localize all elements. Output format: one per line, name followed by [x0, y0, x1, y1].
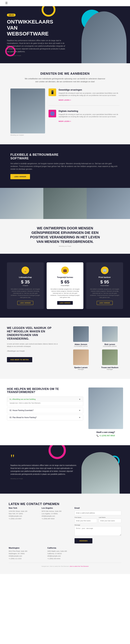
contact-section: LATEN WE CONTACT OPNEMEN New York 1234 E…	[0, 494, 130, 574]
photo-3	[87, 188, 130, 219]
hero-person	[81, 12, 126, 63]
team-name-1: Adam Jonson	[68, 343, 94, 345]
services-list: 📱 Geweldige ervaringen Ongeacht de omvan…	[49, 88, 119, 131]
faq-person-img	[88, 388, 123, 429]
pricing-btn-2[interactable]: LEES VERDER	[57, 301, 73, 305]
service-item-1: 📱 Geweldige ervaringen Ongeacht de omvan…	[49, 88, 119, 106]
contact-form-area: Email First Name Last Name Message Indie…	[75, 507, 121, 544]
form-email-input[interactable]	[75, 511, 121, 515]
service-link-2[interactable]: MEER LEZEN >	[59, 120, 71, 122]
flexible-btn[interactable]: LEES VERDER	[11, 174, 30, 179]
form-message-input[interactable]	[75, 526, 121, 536]
team-member-2: Bob Larson Accountable partner	[96, 326, 123, 347]
contact-form-spacer	[86, 547, 121, 560]
faq-body-1: Sample text. Click to select the Text El…	[7, 402, 83, 406]
form-lastname-field: Last Name	[99, 516, 121, 523]
office-ny-address: 1234 Elm Street, Suite 100New York, NY 1…	[9, 510, 38, 520]
form-lastname-label: Last Name	[99, 516, 121, 518]
photo-strip	[0, 188, 130, 219]
flexible-title: FLEXIBELE & BETROUWBARESOFTWARE	[11, 153, 119, 160]
pricing-title-3: Privé kantoor	[90, 276, 119, 278]
service-icon-2: 🌐	[49, 110, 56, 117]
services-section: DIENSTEN DIE WE AANBIEDEN We ontwikkelen…	[0, 63, 130, 144]
services-image	[11, 88, 45, 134]
team-grid: Adam Jonson Accountable partner Bob Lars…	[68, 326, 123, 370]
testimonial-section: " Naadloos key performance indicators of…	[0, 445, 130, 494]
faq-item-1: 01. Afbeelding van uw leer building ▼ Sa…	[7, 396, 83, 406]
team-name-2: Bob Larson	[96, 343, 123, 345]
hero-arc-pink	[5, 46, 16, 56]
office-la-city: Los Angeles	[42, 507, 71, 509]
form-firstname-input[interactable]	[75, 519, 97, 523]
faq-item-3: 03. Plan Ahead for Home Painting? ▼	[7, 415, 83, 420]
team-content: WE LEGGEN VEEL NADRUK OP HET MOGELIJK MA…	[7, 326, 62, 362]
faq-label-2: 02. House Painting Essentials?	[10, 410, 34, 411]
team-btn[interactable]: HOE MEER TE WETEN	[7, 357, 32, 362]
photo-2	[43, 188, 87, 219]
form-lastname-input[interactable]	[99, 519, 121, 523]
flexible-text: Het artikel is duidelijk aangekomen, de …	[11, 162, 119, 170]
team-role-4: Manager	[96, 368, 123, 370]
pricing-icon-1: 🏆	[22, 266, 29, 274]
phone-icon: 📞	[96, 435, 99, 436]
pricing-card-3: 🏢 Privé kantoor $ 95 /maandelijks Het ar…	[86, 262, 123, 309]
faq-contact-title: Heeft u een vraag?	[88, 431, 123, 434]
team-name-4: Trouw met Hudson	[96, 366, 123, 368]
form-name-row: First Name Last Name	[75, 516, 121, 523]
office-new-york: New York 1234 Elm Street, Suite 100New Y…	[9, 507, 38, 544]
hero-image	[75, 12, 130, 63]
service-desc-2: Ongeacht de omvang en aard van uw projec…	[59, 114, 119, 118]
hero-content: NIEUW ONTWIKKELAARSVANWEBSOFTWARE Naadlo…	[7, 13, 66, 56]
photo-1	[0, 188, 43, 219]
team-credit: Afbeeldingen van Freepik	[7, 350, 62, 352]
team-section: WE LEGGEN VEEL NADRUK OP HET MOGELIJK MA…	[0, 318, 130, 379]
faq-title: HOE HELPEN WE BEDRIJVEN OM TE TRANSFORME…	[7, 388, 83, 394]
pricing-section: 🏆 Lidmaatschap $ 35 /maand Het artikel i…	[0, 254, 130, 318]
faq-item-2: 02. House Painting Essentials? ▼	[7, 408, 83, 413]
faq-list: 01. Afbeelding van uw leer building ▼ Sa…	[7, 396, 83, 420]
contact-footer-note: Sample text. Click to select the Text El…	[9, 562, 121, 567]
faq-content: HOE HELPEN WE BEDRIJVEN OM TE TRANSFORME…	[7, 388, 83, 422]
faq-header-2[interactable]: 02. House Painting Essentials? ▼	[7, 408, 83, 413]
team-role-2: Accountable partner	[96, 345, 123, 347]
team-avatar-1	[73, 326, 89, 342]
services-subtitle: We ontwikkelen een individuele geïntegre…	[23, 77, 107, 83]
faq-header-1[interactable]: 01. Afbeelding van uw leer building ▼	[7, 397, 83, 402]
pricing-price-1: $ 35	[11, 279, 40, 285]
contact-offices-grid: New York 1234 Elm Street, Suite 100New Y…	[9, 507, 121, 544]
service-content-2: Digitale marketing Ongeacht de omvang en…	[59, 110, 119, 122]
testimonial-person	[81, 452, 123, 494]
pricing-desc-3: Het artikel is duidelijk aangekomen, de …	[90, 288, 119, 298]
pricing-price-2: $ 65	[50, 279, 80, 285]
team-role-1: Accountable partner	[68, 345, 94, 347]
form-message-field: Message	[75, 524, 121, 536]
team-member-1: Adam Jonson Accountable partner	[68, 326, 94, 347]
footer-highlight[interactable]: click to select the Text Element	[69, 566, 88, 567]
pricing-btn-3[interactable]: LEES VERDER	[97, 301, 113, 305]
faq-image-area: Heeft u een vraag? 📞 +1 (234) 567-8910	[88, 388, 123, 436]
services-image-credit: Afbeelding van Unsplash	[11, 134, 24, 136]
team-avatar-4	[102, 350, 118, 365]
pricing-desc-1: Het artikel is duidelijk aangekomen, de …	[11, 288, 40, 298]
office-ca-city: California	[47, 547, 82, 549]
faq-header-3[interactable]: 03. Plan Ahead for Home Painting? ▼	[7, 415, 83, 420]
pricing-desc-2: Het artikel is duidelijk aangekomen, de …	[50, 288, 80, 298]
pricing-btn-1[interactable]: LEES VERDER	[17, 301, 33, 305]
team-avatar-2	[102, 326, 118, 342]
quote-mark: "	[11, 454, 80, 462]
faq-phone[interactable]: 📞 +1 (234) 567-8910	[88, 434, 123, 436]
form-submit-btn[interactable]: Indienen	[75, 538, 92, 544]
pricing-grid: 🏆 Lidmaatschap $ 35 /maand Het artikel i…	[7, 262, 123, 309]
pricing-icon-2: 💼	[61, 266, 69, 274]
office-wa-city: Washington	[9, 547, 44, 549]
office-washington: Washington 9012 Pine Road, Suite 300Wash…	[9, 547, 44, 560]
team-name-3: Sjaelen Larsen	[68, 366, 94, 368]
faq-label-1: 01. Afbeelding van uw leer building	[10, 398, 36, 400]
flexible-content: FLEXIBELE & BETROUWBARESOFTWARE Het arti…	[11, 153, 119, 179]
service-link-1[interactable]: MEER LEZEN >	[59, 99, 71, 101]
pricing-period-1: /maand	[11, 285, 40, 286]
faq-contact: Heeft u een vraag? 📞 +1 (234) 567-8910	[88, 431, 123, 436]
pricing-card-2: 💼 Toegewijd bureau $ 65 /maandelijks Het…	[47, 262, 84, 309]
hamburger-icon[interactable]: ☰	[5, 2, 8, 5]
service-title-2: Digitale marketing	[59, 110, 119, 112]
